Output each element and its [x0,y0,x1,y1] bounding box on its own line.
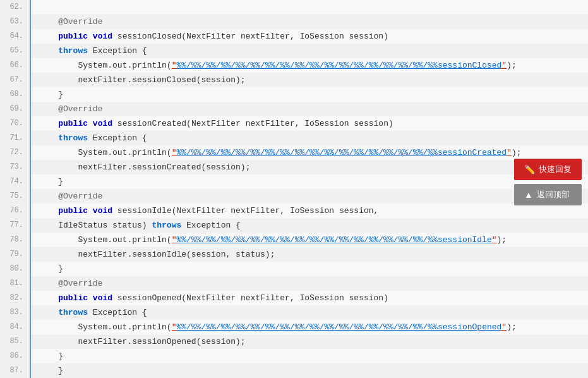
line-content: System.out.println("%%/%%/%%/%%/%%/%%/%%… [30,58,588,73]
table-row: 75. @Override [0,189,588,204]
line-content: nextFilter.sessionClosed(session); [30,73,588,87]
line-content: nextFilter.sessionOpened(session); [30,334,588,349]
quick-reply-button[interactable]: ✏️ 快速回复 [514,159,582,180]
line-content: @Override [30,102,588,116]
line-content: System.out.println("%%/%%/%%/%%/%%/%%/%%… [30,233,588,247]
line-number: 73. [0,160,30,174]
table-row: 83. throws Exception { [0,305,588,320]
table-row: 81. @Override [0,276,588,291]
table-row: 85. nextFilter.sessionOpened(session); [0,334,588,349]
table-row: 87. } [0,363,588,378]
line-number: 62. [0,0,30,15]
table-row: 78. System.out.println("%%/%%/%%/%%/%%/%… [0,233,588,247]
line-number: 65. [0,44,30,58]
line-number: 87. [0,363,30,378]
line-number: 86. [0,349,30,363]
line-number: 81. [0,276,30,291]
line-content: throws Exception { [30,44,588,58]
line-content: public void sessionIdle(NextFilter nextF… [30,204,588,218]
code-table: 62.63. @Override64. public void sessionC… [0,0,588,378]
back-top-button[interactable]: ▲ 返回顶部 [514,184,582,205]
table-row: 80. } [0,262,588,276]
line-content: System.out.println("%%/%%/%%/%%/%%/%%/%%… [30,320,588,334]
table-row: 71. throws Exception { [0,131,588,145]
line-number: 74. [0,174,30,189]
line-number: 64. [0,29,30,44]
line-content: } [30,87,588,102]
line-content: System.out.println("%%/%%/%%/%%/%%/%%/%%… [30,145,588,160]
table-row: 63. @Override [0,15,588,29]
line-number: 80. [0,262,30,276]
line-number: 77. [0,218,30,233]
line-number: 78. [0,233,30,247]
line-content: } [30,262,588,276]
table-row: 82. public void sessionOpened(NextFilter… [0,291,588,305]
back-top-label: 返回顶部 [537,189,570,200]
line-number: 68. [0,87,30,102]
line-number: 85. [0,334,30,349]
line-number: 76. [0,204,30,218]
table-row: 70. public void sessionCreated(NextFilte… [0,116,588,131]
table-row: 79. nextFilter.sessionIdle(session, stat… [0,247,588,262]
table-row: 74. } [0,174,588,189]
floating-buttons: ✏️ 快速回复 ▲ 返回顶部 [514,159,582,205]
code-container: 62.63. @Override64. public void sessionC… [0,0,588,378]
line-content: } [30,363,588,378]
line-content: public void sessionClosed(NextFilter nex… [30,29,588,44]
line-number: 71. [0,131,30,145]
line-number: 72. [0,145,30,160]
table-row: 84. System.out.println("%%/%%/%%/%%/%%/%… [0,320,588,334]
line-content: nextFilter.sessionIdle(session, status); [30,247,588,262]
line-content [30,0,588,15]
edit-icon: ✏️ [524,164,535,174]
line-number: 70. [0,116,30,131]
table-row: 66. System.out.println("%%/%%/%%/%%/%%/%… [0,58,588,73]
table-row: 64. public void sessionClosed(NextFilter… [0,29,588,44]
line-number: 83. [0,305,30,320]
table-row: 73. nextFilter.sessionCreated(session); [0,160,588,174]
line-number: 75. [0,189,30,204]
line-content: IdleStatus status) throws Exception { [30,218,588,233]
line-content: @Override [30,15,588,29]
line-content: } [30,174,588,189]
line-number: 66. [0,58,30,73]
chevron-up-icon: ▲ [524,190,533,200]
line-content: @Override [30,276,588,291]
table-row: 69. @Override [0,102,588,116]
table-row: 67. nextFilter.sessionClosed(session); [0,73,588,87]
line-content: throws Exception { [30,305,588,320]
line-content: } [30,349,588,363]
table-row: 68. } [0,87,588,102]
line-number: 84. [0,320,30,334]
line-content: @Override [30,189,588,204]
quick-reply-label: 快速回复 [539,164,572,175]
line-content: nextFilter.sessionCreated(session); [30,160,588,174]
table-row: 86. } [0,349,588,363]
table-row: 72. System.out.println("%%/%%/%%/%%/%%/%… [0,145,588,160]
line-content: public void sessionOpened(NextFilter nex… [30,291,588,305]
line-number: 67. [0,73,30,87]
table-row: 62. [0,0,588,15]
line-content: public void sessionCreated(NextFilter ne… [30,116,588,131]
line-number: 63. [0,15,30,29]
line-number: 69. [0,102,30,116]
table-row: 76. public void sessionIdle(NextFilter n… [0,204,588,218]
table-row: 65. throws Exception { [0,44,588,58]
line-number: 79. [0,247,30,262]
table-row: 77. IdleStatus status) throws Exception … [0,218,588,233]
line-number: 82. [0,291,30,305]
line-content: throws Exception { [30,131,588,145]
